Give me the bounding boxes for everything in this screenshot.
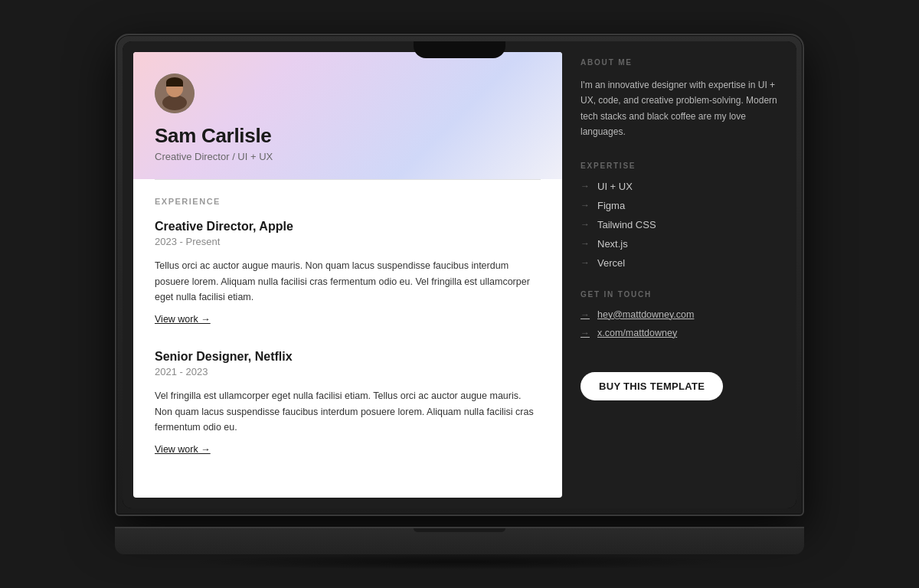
email-link[interactable]: → hey@mattdowney.com xyxy=(581,309,778,320)
job-dates-1: 2023 - Present xyxy=(155,236,541,247)
job-title-1: Creative Director, Apple xyxy=(155,220,541,234)
svg-rect-4 xyxy=(166,82,183,87)
arrow-icon: → xyxy=(581,309,590,320)
job-item: Creative Director, Apple 2023 - Present … xyxy=(155,220,541,325)
resume-header: Sam Carlisle Creative Director / UI + UX xyxy=(133,52,562,179)
arrow-icon: → xyxy=(581,219,590,230)
avatar xyxy=(155,74,195,113)
expertise-label: Next.js xyxy=(597,238,628,250)
expertise-section-title: EXPERTISE xyxy=(581,162,778,170)
laptop-base-notch xyxy=(414,528,505,532)
expertise-item: → Figma xyxy=(581,200,778,211)
laptop-base xyxy=(115,527,804,554)
job-desc-1: Tellus orci ac auctor augue mauris. Non … xyxy=(155,258,541,305)
expertise-label: Vercel xyxy=(597,257,625,269)
laptop-shadow xyxy=(184,554,735,570)
expertise-item: → UI + UX xyxy=(581,181,778,192)
experience-section-label: EXPERIENCE xyxy=(155,197,541,206)
arrow-icon: → xyxy=(581,200,590,211)
buy-template-button[interactable]: BUY THIS TEMPLATE xyxy=(581,372,723,400)
sidebar: ABOUT ME I'm an innovative designer with… xyxy=(562,41,796,508)
expertise-section: EXPERTISE → UI + UX → Figma → Tailwind C… xyxy=(581,162,778,269)
arrow-icon: → xyxy=(581,328,590,338)
expertise-label: Tailwind CSS xyxy=(597,219,656,230)
arrow-icon: → xyxy=(581,181,590,191)
about-text: I'm an innovative designer with expertis… xyxy=(581,77,778,140)
job-title-2: Senior Designer, Netflix xyxy=(155,350,541,364)
expertise-item: → Vercel xyxy=(581,257,778,269)
job-dates-2: 2021 - 2023 xyxy=(155,366,541,377)
expertise-item: → Next.js xyxy=(581,238,778,250)
job-desc-2: Vel fringilla est ullamcorper eget nulla… xyxy=(155,388,541,436)
laptop-screen-body: Sam Carlisle Creative Director / UI + UX… xyxy=(115,34,804,516)
twitter-link[interactable]: → x.com/mattdowney xyxy=(581,328,778,338)
about-section-title: ABOUT ME xyxy=(581,58,778,67)
laptop-notch xyxy=(414,41,505,58)
arrow-icon: → xyxy=(581,257,590,268)
resume-body: EXPERIENCE Creative Director, Apple 2023… xyxy=(133,180,562,497)
laptop-container: Sam Carlisle Creative Director / UI + UX… xyxy=(115,34,804,554)
screen-bezel: Sam Carlisle Creative Director / UI + UX… xyxy=(123,41,796,508)
arrow-icon: → xyxy=(581,238,590,249)
expertise-label: Figma xyxy=(597,200,625,211)
job-item: Senior Designer, Netflix 2021 - 2023 Vel… xyxy=(155,350,541,456)
twitter-text: x.com/mattdowney xyxy=(597,328,677,338)
expertise-label: UI + UX xyxy=(597,181,633,192)
screen: Sam Carlisle Creative Director / UI + UX… xyxy=(123,41,796,508)
expertise-item: → Tailwind CSS xyxy=(581,219,778,230)
about-section: ABOUT ME I'm an innovative designer with… xyxy=(581,58,778,140)
contact-section-title: GET IN TOUCH xyxy=(581,290,778,299)
view-work-link-2[interactable]: View work → xyxy=(155,444,211,455)
view-work-link-1[interactable]: View work → xyxy=(155,314,211,325)
email-text: hey@mattdowney.com xyxy=(597,309,694,320)
resume-panel: Sam Carlisle Creative Director / UI + UX… xyxy=(133,52,562,498)
profile-title: Creative Director / UI + UX xyxy=(155,151,541,162)
contact-section: GET IN TOUCH → hey@mattdowney.com → x.co… xyxy=(581,290,778,338)
profile-name: Sam Carlisle xyxy=(155,124,541,148)
